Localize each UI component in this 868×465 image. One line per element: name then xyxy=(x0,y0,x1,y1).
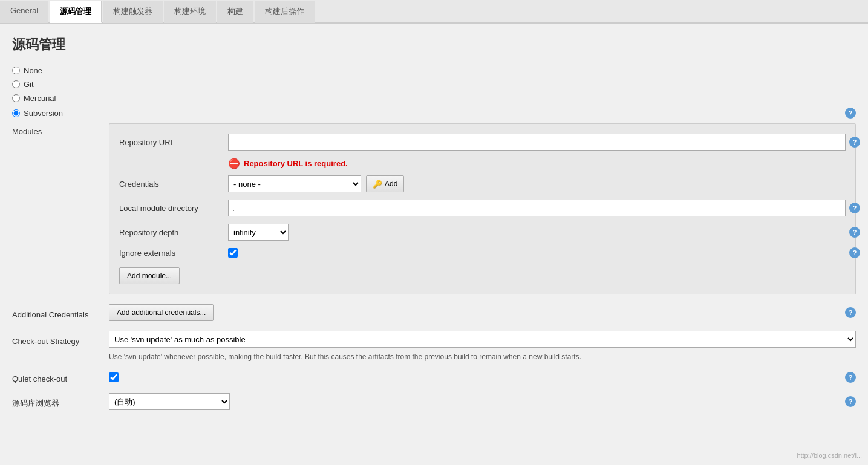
local-module-help-icon[interactable]: ? xyxy=(849,203,860,213)
ignore-externals-checkbox[interactable] xyxy=(228,248,238,258)
source-browser-label: 源码库浏览器 xyxy=(12,394,109,409)
credentials-field: - none - 🔑 Add xyxy=(228,175,846,192)
repo-depth-select[interactable]: infinity empty files immediates unknown xyxy=(228,224,289,241)
repo-url-wrapper: Repository URL ? xyxy=(119,134,846,151)
radio-none-label[interactable]: None xyxy=(24,66,42,75)
ignore-externals-field xyxy=(228,248,846,258)
radio-git-input[interactable] xyxy=(12,80,20,88)
ignore-externals-label: Ignore externals xyxy=(119,249,228,258)
checkout-desc: Use 'svn update' whenever possible, maki… xyxy=(109,353,856,361)
radio-subversion-input[interactable] xyxy=(12,109,20,117)
page-content: 源码管理 None Git Mercurial Subversion ? Mod… xyxy=(0,24,868,422)
tab-build[interactable]: 构建 xyxy=(217,1,253,23)
local-module-input[interactable] xyxy=(228,200,846,216)
add-btn-label: Add xyxy=(385,180,397,188)
checkout-strategy-label: Check-out Strategy xyxy=(12,333,109,346)
repo-url-help-icon[interactable]: ? xyxy=(849,137,860,148)
ignore-externals-help-icon[interactable]: ? xyxy=(849,247,860,258)
repo-url-label: Repository URL xyxy=(119,138,228,147)
key-icon: 🔑 xyxy=(373,180,382,189)
local-module-label: Local module directory xyxy=(119,204,228,213)
radio-mercurial-input[interactable] xyxy=(12,94,20,102)
credentials-label: Credentials xyxy=(119,180,228,189)
modules-row: Modules Repository URL ? ⛔ Repository U xyxy=(12,123,856,294)
additional-credentials-row: Additional Credentials Add additional cr… xyxy=(12,304,856,321)
repo-depth-field: infinity empty files immediates unknown xyxy=(228,224,846,241)
repo-url-row: Repository URL ? xyxy=(119,134,846,151)
credentials-row: Credentials - none - 🔑 Add xyxy=(119,175,846,192)
checkout-strategy-row: Check-out Strategy Use 'svn update' as m… xyxy=(12,331,856,348)
error-icon: ⛔ xyxy=(228,158,240,169)
source-browser-row: 源码库浏览器 (自动) ? xyxy=(12,393,856,410)
tab-source-mgmt[interactable]: 源码管理 xyxy=(50,1,102,23)
radio-git[interactable]: Git xyxy=(12,80,856,89)
quiet-checkout-help-icon[interactable]: ? xyxy=(845,372,856,383)
modules-box: Repository URL ? ⛔ Repository URL is req… xyxy=(109,123,856,294)
source-browser-select[interactable]: (自动) xyxy=(109,393,230,410)
local-module-wrapper: Local module directory ? xyxy=(119,200,846,216)
quiet-checkout-checkbox[interactable] xyxy=(109,372,119,382)
tab-post-build[interactable]: 构建后操作 xyxy=(255,1,315,23)
checkout-strategy-select[interactable]: Use 'svn update' as much as possible Alw… xyxy=(109,331,856,348)
radio-none-input[interactable] xyxy=(12,67,20,74)
credentials-wrapper: Credentials - none - 🔑 Add xyxy=(119,175,846,192)
radio-subversion-label[interactable]: Subversion xyxy=(24,109,63,118)
repo-url-error-text: Repository URL is required. xyxy=(244,159,348,168)
radio-mercurial[interactable]: Mercurial xyxy=(12,94,856,103)
source-browser-help-icon[interactable]: ? xyxy=(845,396,856,407)
tab-build-trigger[interactable]: 构建触发器 xyxy=(103,1,163,23)
tabs-bar: General 源码管理 构建触发器 构建环境 构建 构建后操作 xyxy=(0,0,868,24)
ignore-externals-wrapper: Ignore externals ? xyxy=(119,248,846,258)
repo-url-input[interactable] xyxy=(228,134,846,151)
repo-depth-help-icon[interactable]: ? xyxy=(849,227,860,238)
tab-general[interactable]: General xyxy=(0,1,48,23)
radio-git-label[interactable]: Git xyxy=(24,80,34,89)
subversion-help-icon[interactable]: ? xyxy=(845,108,856,119)
quiet-checkout-label: Quiet check-out xyxy=(12,371,109,383)
repo-depth-row: Repository depth infinity empty files im… xyxy=(119,224,846,241)
add-additional-credentials-button[interactable]: Add additional credentials... xyxy=(109,304,214,321)
local-module-field xyxy=(228,200,846,216)
quiet-checkout-row: Quiet check-out ? xyxy=(12,371,856,383)
radio-subversion[interactable]: Subversion ? xyxy=(12,108,856,119)
page-title: 源码管理 xyxy=(12,36,856,54)
local-module-row: Local module directory ? xyxy=(119,200,846,216)
repo-url-field xyxy=(228,134,846,151)
radio-none[interactable]: None xyxy=(12,66,856,75)
add-credentials-button[interactable]: 🔑 Add xyxy=(366,175,404,192)
additional-credentials-help-icon[interactable]: ? xyxy=(845,307,856,318)
add-module-button[interactable]: Add module... xyxy=(119,267,180,284)
additional-credentials-label: Additional Credentials xyxy=(12,307,109,319)
credentials-select[interactable]: - none - xyxy=(228,175,361,192)
modules-label: Modules xyxy=(12,123,109,136)
repo-url-error-row: ⛔ Repository URL is required. xyxy=(228,158,846,169)
repo-depth-wrapper: Repository depth infinity empty files im… xyxy=(119,224,846,241)
checkout-select-wrapper: Use 'svn update' as much as possible Alw… xyxy=(109,331,856,348)
repo-depth-label: Repository depth xyxy=(119,228,228,237)
subversion-section: Modules Repository URL ? ⛔ Repository U xyxy=(12,123,856,410)
tab-build-env[interactable]: 构建环境 xyxy=(164,1,216,23)
radio-mercurial-label[interactable]: Mercurial xyxy=(24,94,56,103)
ignore-externals-row: Ignore externals ? xyxy=(119,248,846,258)
